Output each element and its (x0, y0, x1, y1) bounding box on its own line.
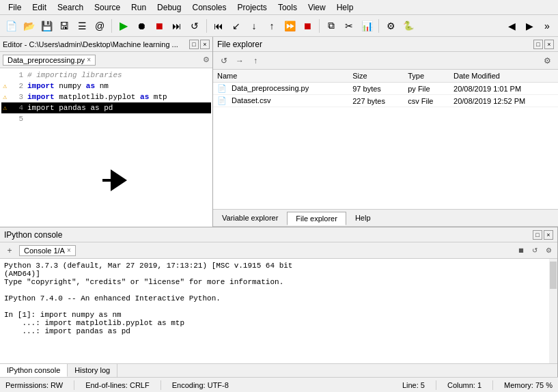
file-date-csv: 20/08/2019 12:52 PM (449, 95, 558, 107)
file-nav-up-button[interactable]: ↑ (249, 54, 262, 68)
top-panels: Editor - C:\Users\admin\Desktop\Machine … (0, 37, 558, 227)
menu-search[interactable]: Search (52, 1, 89, 14)
file-row-py[interactable]: 📄 Data_preprocessing.py 97 bytes py File… (213, 83, 558, 95)
menu-source[interactable]: Source (89, 1, 126, 14)
toolbar-separator-4 (378, 19, 379, 33)
console-restart-button[interactable]: ↺ (529, 244, 541, 257)
col-date: Date Modified (449, 70, 558, 83)
step-out-button[interactable]: ↑ (264, 18, 280, 34)
step-into-button[interactable]: ↙ (228, 18, 245, 34)
stop-button[interactable]: ⏹ (151, 18, 167, 34)
toolbar-separator-3 (319, 19, 320, 33)
python-logo-button[interactable]: 🐍 (400, 18, 417, 34)
menu-projects[interactable]: Projects (232, 1, 273, 14)
menu-tools[interactable]: Tools (273, 1, 303, 14)
line-5-num: 5 (12, 115, 23, 123)
forward-button[interactable]: ▶ (521, 18, 538, 34)
file-icon-py: 📄 (217, 84, 227, 92)
console-text: Python 3.7.3 (default, Mar 27 2019, 17:1… (4, 262, 545, 335)
console-new-button[interactable]: + (3, 244, 16, 257)
cut-code-button[interactable]: ✂ (341, 18, 357, 34)
statusbar-sep-4 (492, 380, 493, 390)
console-tab-label: Console 1/A (24, 247, 65, 255)
toolbar-separator-1 (111, 19, 112, 33)
line-1-num: 1 (12, 71, 23, 79)
back-button[interactable]: ◀ (503, 18, 520, 34)
stop-debug-button[interactable]: ⏹ (299, 18, 316, 34)
statusbar-sep-1 (74, 380, 74, 390)
tab-file-explorer[interactable]: File explorer (287, 212, 346, 225)
code-line-2: ⚠ 2 import numpy as nm (1, 81, 211, 92)
save-all-button[interactable]: 🖫 (56, 18, 72, 34)
bottom-tab-history[interactable]: History log (68, 364, 117, 377)
tab-variable-explorer[interactable]: Variable explorer (213, 211, 287, 225)
code-line-1: 1 # importing libraries (1, 70, 211, 81)
console-output[interactable]: Python 3.7.3 (default, Mar 27 2019, 17:1… (0, 259, 549, 363)
open-file-button[interactable]: 📂 (20, 18, 37, 34)
menu-bar: File Edit Search Source Run Debug Consol… (0, 0, 558, 15)
file-nav-back-button[interactable]: ↺ (217, 54, 231, 68)
editor-tab-data-preprocessing[interactable]: Data_preprocessing.py × (3, 55, 96, 66)
rewind-button[interactable]: ⏮ (210, 18, 227, 34)
statusbar-memory: Memory: 75 % (504, 381, 553, 389)
console-tab-close-button[interactable]: × (67, 247, 71, 254)
console-interrupt-button[interactable]: ⏹ (515, 244, 527, 257)
menu-view[interactable]: View (303, 1, 331, 14)
run-to-button[interactable]: ⏩ (281, 18, 298, 34)
bottom-tab-ipython[interactable]: IPython console (0, 364, 68, 377)
profiler-button[interactable]: 📊 (359, 18, 375, 34)
new-file-button[interactable]: 📄 (3, 18, 19, 34)
console-bottom-tabs: IPython console History log (0, 363, 557, 377)
statusbar-line: Line: 5 (402, 381, 425, 389)
code-line-4: ⚠ 4 import pandas as pd (1, 102, 211, 113)
menu-help[interactable]: Help (331, 1, 359, 14)
menu-run[interactable]: Run (126, 1, 152, 14)
file-icon-csv: 📄 (217, 96, 227, 104)
console-tab-buttons: ⏹ ↺ ⚙ (515, 244, 555, 257)
console-scrollbar-thumb[interactable] (550, 262, 557, 289)
editor-win-buttons: □ × (189, 40, 210, 49)
file-explorer-close-button[interactable]: × (544, 40, 554, 49)
menu-consoles[interactable]: Consoles (186, 1, 232, 14)
line-3-num: 3 (12, 93, 23, 101)
menu-debug[interactable]: Debug (152, 1, 186, 14)
toolbar: 📄 📂 💾 🖫 ☰ @ ▶ ⏺ ⏹ ⏭ ↺ ⏮ ↙ ↓ ↑ ⏩ ⏹ ⧉ ✂ 📊 … (0, 15, 558, 37)
list-button[interactable]: ☰ (74, 18, 90, 34)
console-settings-button[interactable]: ⚙ (542, 244, 555, 257)
console-scrollbar[interactable] (549, 259, 557, 363)
save-button[interactable]: 💾 (38, 18, 55, 34)
editor-undock-button[interactable]: □ (189, 40, 199, 49)
editor-settings-icon[interactable]: ⚙ (203, 55, 210, 64)
file-settings-button[interactable]: ⚙ (540, 54, 554, 68)
step-over-button[interactable]: ↓ (246, 18, 262, 34)
menu-edit[interactable]: Edit (27, 1, 52, 14)
line-4-warn: ⚠ (3, 104, 12, 112)
file-nav-buttons: ↺ → ↑ (217, 54, 262, 68)
run-button[interactable]: ▶ (115, 18, 132, 34)
at-button[interactable]: @ (92, 18, 108, 34)
console-close-button[interactable]: × (544, 230, 553, 240)
file-explorer-win-buttons: □ × (533, 40, 554, 49)
editor-tab-label: Data_preprocessing.py (8, 56, 85, 64)
editor-content[interactable]: 1 # importing libraries ⚠ 2 import numpy… (0, 68, 212, 227)
file-date-py: 20/08/2019 1:01 PM (449, 83, 558, 95)
record-button[interactable]: ⏺ (133, 18, 150, 34)
copy-code-button[interactable]: ⧉ (323, 18, 339, 34)
restart-button[interactable]: ↺ (186, 18, 203, 34)
console-title: IPython console (4, 230, 62, 240)
file-nav-forward-button[interactable]: → (233, 54, 247, 68)
console-undock-button[interactable]: □ (533, 230, 542, 240)
file-row-csv[interactable]: 📄 Dataset.csv 227 bytes csv File 20/08/2… (213, 95, 558, 107)
editor-tab-close-button[interactable]: × (87, 56, 91, 64)
debug-step-button[interactable]: ⏭ (169, 18, 185, 34)
console-tab-1[interactable]: Console 1/A × (19, 245, 76, 256)
col-name: Name (213, 70, 348, 83)
statusbar-permissions: Permissions: RW (5, 381, 63, 389)
tab-help[interactable]: Help (346, 211, 380, 225)
more-button[interactable]: » (539, 18, 555, 34)
file-list[interactable]: Name Size Type Date Modified 📄 Data_prep… (213, 70, 558, 209)
settings-button[interactable]: ⚙ (382, 18, 399, 34)
menu-file[interactable]: File (3, 1, 27, 14)
editor-close-button[interactable]: × (200, 40, 210, 49)
file-explorer-undock-button[interactable]: □ (533, 40, 543, 49)
